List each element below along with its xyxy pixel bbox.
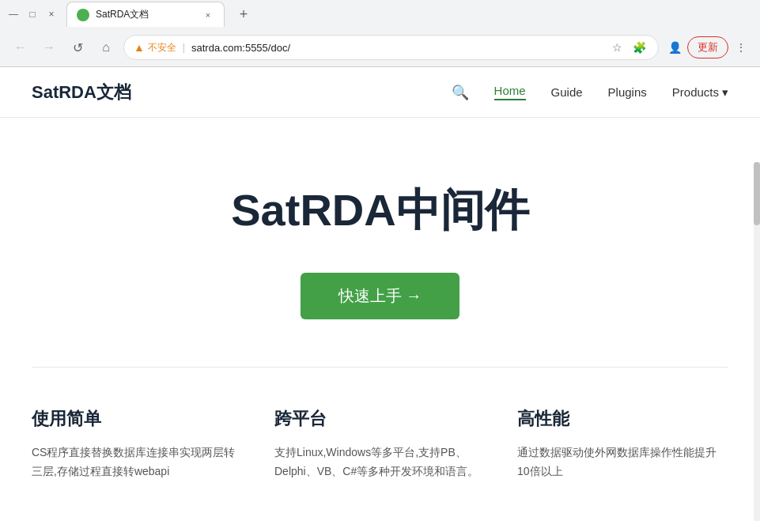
extensions-button[interactable]: 🧩 [630,38,648,57]
nav-plugins[interactable]: Plugins [608,85,647,99]
nav-guide[interactable]: Guide [551,85,583,99]
address-divider: | [183,42,185,53]
page-container: SatRDA文档 🔍 Home Guide Plugins Products ▾… [0,67,760,521]
cta-button[interactable]: 快速上手 → [301,273,460,319]
hero-title: SatRDA中间件 [32,181,728,241]
title-bar: — □ × SatRDA文档 × + [0,0,760,28]
scrollbar[interactable] [754,162,760,521]
active-tab[interactable]: SatRDA文档 × [66,2,225,27]
security-icon: ▲ [134,41,145,54]
refresh-button[interactable]: ↺ [66,36,89,58]
feature-performance: 高性能 通过数据驱动使外网数据库操作性能提升10倍以上 [517,407,728,481]
chevron-down-icon: ▾ [722,85,728,100]
update-button[interactable]: 更新 [687,36,728,58]
nav-products[interactable]: Products ▾ [672,85,728,100]
search-icon: 🔍 [452,84,469,101]
close-button[interactable]: × [44,7,59,21]
profile-button[interactable]: 👤 [665,38,684,57]
feature-cross-platform-desc: 支持Linux,Windows等多平台,支持PB、Delphi、VB、C#等多种… [274,443,486,481]
window-controls: — □ × [6,7,59,21]
new-tab-button[interactable]: + [233,3,255,25]
url-text: satrda.com:5555/doc/ [191,42,601,54]
feature-cross-platform: 跨平台 支持Linux,Windows等多平台,支持PB、Delphi、VB、C… [274,407,486,481]
forward-button[interactable]: → [38,36,60,58]
hero-section: SatRDA中间件 快速上手 → [0,118,760,367]
nav-products-label: Products [672,85,719,99]
nav-home[interactable]: Home [494,84,526,100]
maximize-button[interactable]: □ [25,7,40,21]
feature-easy-title: 使用简单 [32,407,243,431]
toolbar-icons: 👤 更新 ⋮ [665,36,751,58]
features-section: 使用简单 CS程序直接替换数据库连接串实现两层转三层,存储过程直接转webapi… [0,368,760,521]
home-button[interactable]: ⌂ [95,36,117,58]
browser-chrome: — □ × SatRDA文档 × + ← → ↺ ⌂ ▲ 不安全 | satrd… [0,0,760,67]
site-nav: 🔍 Home Guide Plugins Products ▾ [452,84,728,101]
site-header: SatRDA文档 🔍 Home Guide Plugins Products ▾ [0,67,760,118]
feature-performance-desc: 通过数据驱动使外网数据库操作性能提升10倍以上 [517,443,728,481]
security-indicator: ▲ 不安全 [134,41,176,55]
website: SatRDA文档 🔍 Home Guide Plugins Products ▾… [0,67,760,521]
tab-title: SatRDA文档 [96,8,195,21]
back-button[interactable]: ← [9,36,32,58]
address-icon-group: ☆ 🧩 [607,38,648,57]
address-bar[interactable]: ▲ 不安全 | satrda.com:5555/doc/ ☆ 🧩 [123,35,659,60]
address-bar-row: ← → ↺ ⌂ ▲ 不安全 | satrda.com:5555/doc/ ☆ 🧩… [0,28,760,66]
feature-easy: 使用简单 CS程序直接替换数据库连接串实现两层转三层,存储过程直接转webapi [32,407,243,481]
menu-button[interactable]: ⋮ [732,38,751,57]
scrollbar-thumb[interactable] [754,162,760,225]
minimize-button[interactable]: — [6,7,21,21]
feature-cross-platform-title: 跨平台 [274,407,486,431]
tab-close-button[interactable]: × [202,9,214,21]
site-logo: SatRDA文档 [32,81,452,104]
bookmark-button[interactable]: ☆ [607,38,626,57]
search-button[interactable]: 🔍 [452,84,469,101]
feature-easy-desc: CS程序直接替换数据库连接串实现两层转三层,存储过程直接转webapi [32,443,243,481]
tab-favicon [77,9,89,21]
feature-performance-title: 高性能 [517,407,728,431]
security-label: 不安全 [148,41,176,55]
